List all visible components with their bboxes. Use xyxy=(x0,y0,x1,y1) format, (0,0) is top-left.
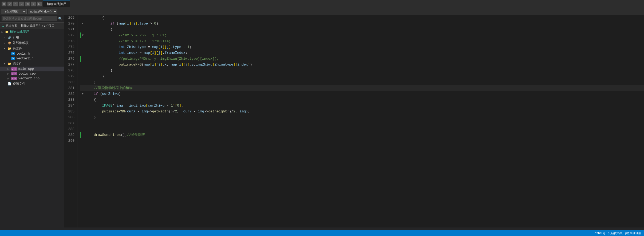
icon-2[interactable]: ↩ xyxy=(7,2,12,6)
tab-bar: 植物大战僵尸 xyxy=(43,1,642,7)
ln-281: 281 xyxy=(67,85,74,91)
green-bar-276 xyxy=(80,56,81,62)
tree-arrow-source: ▼ xyxy=(4,62,7,65)
tree-label-tools-cpp: tools.cpp xyxy=(18,72,36,76)
code-line-282: ▼ if (curZhiwu) xyxy=(80,91,644,97)
tree-item-root[interactable]: ▲ 📁 植物大战僵尸 xyxy=(0,29,64,35)
code-content-270: if (map[i][j].type > 0) xyxy=(85,21,644,27)
tree-item-source[interactable]: ▼ 📂 源文件 xyxy=(0,61,64,67)
code-content-278: } xyxy=(85,68,644,74)
gutter-272[interactable]: ▼ xyxy=(80,32,85,38)
code-content-279: } xyxy=(85,74,644,79)
ln-290: 290 xyxy=(67,138,74,144)
fold-btn-282[interactable]: ▼ xyxy=(82,91,84,97)
tree-item-vector2-cpp[interactable]: ▷ c++ vector2.cpp xyxy=(0,76,64,81)
icon-1[interactable]: ⊞ xyxy=(2,2,6,6)
code-line-283: { xyxy=(80,97,644,103)
code-lines[interactable]: { ▼ if (map[i][j].type > 0) { xyxy=(77,15,644,227)
icon-7[interactable]: ▷ xyxy=(37,2,42,6)
code-content-286: } xyxy=(85,115,644,120)
tree-item-main-cpp[interactable]: ▷ c++ main.cpp xyxy=(0,67,64,71)
search-input[interactable] xyxy=(2,16,57,21)
horizontal-scrollbar[interactable] xyxy=(64,227,644,230)
solution-icon: 🗂 xyxy=(2,24,5,27)
code-line-289: drawSunshines();//绘制阳光 xyxy=(80,132,644,138)
cpp-icon-main: c++ xyxy=(11,67,17,71)
code-content-285: putimagePNG(curX - img->getwidth()/2, cu… xyxy=(85,109,644,115)
code-container[interactable]: 269 270 271 272 273 274 275 276 277 278 … xyxy=(64,15,644,227)
icon-4[interactable]: □ xyxy=(19,2,24,6)
tree-item-ext[interactable]: ▷ 📦 外部依赖项 xyxy=(0,40,64,46)
code-content-269: { xyxy=(85,15,644,21)
tree-item-ref[interactable]: ▷ 🔗 引用 xyxy=(0,35,64,40)
ln-282: 282 xyxy=(67,91,74,97)
code-content-287 xyxy=(85,120,644,126)
tree-label-ref: 引用 xyxy=(13,35,19,40)
code-line-270: ▼ if (map[i][j].type > 0) xyxy=(80,21,644,27)
code-line-269: { xyxy=(80,15,644,21)
scope-dropdown[interactable]: （全局范围） xyxy=(1,9,27,14)
code-content-283: { xyxy=(85,97,644,103)
h-icon-vector2: h xyxy=(11,57,15,60)
code-line-273: //int y = 179 + i*102+14; xyxy=(80,38,644,44)
tab-main-cpp[interactable]: 植物大战僵尸 xyxy=(43,1,70,7)
ln-274: 274 xyxy=(67,44,74,50)
fold-btn-270[interactable]: ▼ xyxy=(82,21,84,27)
code-line-272: ▼ //int x = 256 + j * 81; xyxy=(80,32,644,38)
code-line-277: putimagePNG(map[i][j].x, map[i][j].y,img… xyxy=(80,62,644,68)
tree-label-vector2-h: vector2.h xyxy=(16,57,34,60)
code-content-282: if (curZhiwu) xyxy=(85,91,644,97)
ln-286: 286 xyxy=(67,115,74,120)
ln-278: 278 xyxy=(67,68,74,74)
ln-272: 272 xyxy=(67,32,74,38)
code-line-276: //putimagePNG(x, y, imgZhiwu[Zhiwutype][… xyxy=(80,56,644,62)
icon-3[interactable]: ↪ xyxy=(13,2,18,6)
code-line-278: } xyxy=(80,68,644,74)
tree-item-resources[interactable]: 📄 资源文件 xyxy=(0,81,64,87)
code-content-274: int Zhiwutype = map[i][j].type - 1; xyxy=(85,44,644,50)
method-dropdown[interactable]: updateWindow() xyxy=(28,9,57,14)
tree-item-headers[interactable]: ▼ 📂 头文件 xyxy=(0,46,64,51)
code-line-287 xyxy=(80,120,644,126)
code-content-284: IMAGE* img = imgZhiwu[curZhiwu - 1][0]; xyxy=(85,103,644,109)
tree-label-tools-h: tools.h xyxy=(16,52,30,56)
fold-btn-272[interactable]: ▼ xyxy=(82,32,84,38)
icon-6[interactable]: ◁ xyxy=(31,2,36,6)
tree-arrow-headers: ▼ xyxy=(4,47,7,50)
ln-287: 287 xyxy=(67,120,74,126)
code-content-277: putimagePNG(map[i][j].x, map[i][j].y,img… xyxy=(85,62,644,68)
tree-item-vector2-h[interactable]: h vector2.h xyxy=(0,56,64,61)
tree-item-tools-h[interactable]: h tools.h xyxy=(0,51,64,56)
tree-arrow-tools-cpp: ▷ xyxy=(7,72,11,75)
code-content-280: } xyxy=(85,79,644,85)
ln-275: 275 xyxy=(67,50,74,56)
code-content-289: drawSunshines();//绘制阳光 xyxy=(85,132,644,138)
ln-288: 288 xyxy=(67,126,74,132)
cpp-icon-vector2: c++ xyxy=(11,77,17,80)
icon-5[interactable]: ◫ xyxy=(25,2,30,6)
sidebar: 🔍 🗂 解决方案 '植物大战僵尸' (1个项目, ▲ 📁 植物大战僵尸 ▷ 🔗 … xyxy=(0,15,64,230)
status-text-2: @微风轻轻的 xyxy=(625,231,641,235)
line-numbers: 269 270 271 272 273 274 275 276 277 278 … xyxy=(64,15,77,227)
ln-269: 269 xyxy=(67,15,74,21)
editor-area: 269 270 271 272 273 274 275 276 277 278 … xyxy=(64,15,644,230)
gutter-270[interactable]: ▼ xyxy=(80,21,85,27)
ln-277: 277 xyxy=(67,62,74,68)
ln-284: 284 xyxy=(67,103,74,109)
headers-folder-icon: 📂 xyxy=(7,47,12,51)
main-area: 🔍 🗂 解决方案 '植物大战僵尸' (1个项目, ▲ 📁 植物大战僵尸 ▷ 🔗 … xyxy=(0,15,644,230)
ref-icon: 🔗 xyxy=(7,36,12,39)
gutter-282[interactable]: ▼ xyxy=(80,91,85,97)
source-folder-icon: 📂 xyxy=(7,62,12,66)
search-icon[interactable]: 🔍 xyxy=(58,17,62,21)
ln-280: 280 xyxy=(67,79,74,85)
tree-arrow-main-cpp: ▷ xyxy=(7,67,11,71)
folder-icon-root: 📁 xyxy=(5,30,9,34)
tree-label-main-cpp: main.cpp xyxy=(18,67,34,71)
code-line-281: //渲染拖动过程中的植物 xyxy=(80,85,644,91)
tree-item-tools-cpp[interactable]: ▷ c++ tools.cpp xyxy=(0,71,64,76)
solution-label: 🗂 解决方案 '植物大战僵尸' (1个项目, xyxy=(0,23,64,29)
tree-label-root: 植物大战僵尸 xyxy=(10,30,29,34)
sidebar-tree: ▲ 📁 植物大战僵尸 ▷ 🔗 引用 ▷ 📦 外部依赖项 ▼ 📂 头文件 xyxy=(0,29,64,230)
tree-arrow-vector2-cpp: ▷ xyxy=(7,77,11,80)
